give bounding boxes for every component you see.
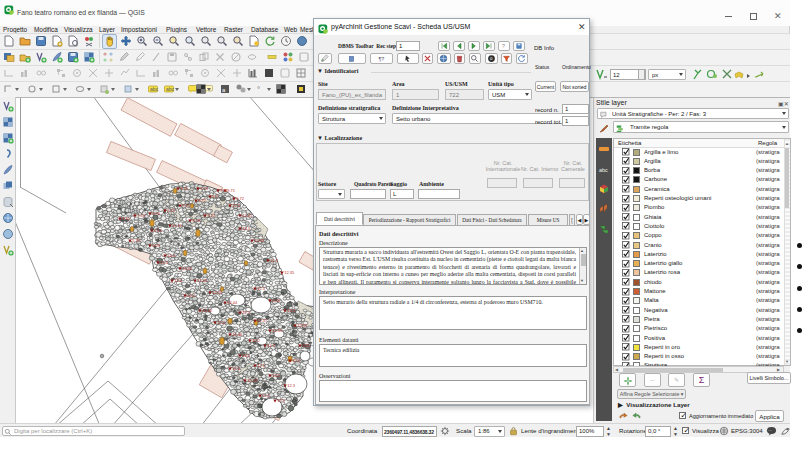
svg-text:12.2: 12.2 [272,373,281,378]
svg-text:12.1: 12.1 [257,363,266,368]
svg-text:9.70: 9.70 [152,211,161,216]
svg-text:12.19: 12.19 [247,378,258,383]
svg-text:4.04: 4.04 [272,298,281,303]
svg-text:12.35: 12.35 [297,323,308,328]
svg-text:12.4: 12.4 [187,293,196,298]
svg-text:12.3: 12.3 [287,308,296,313]
svg-text:12.42: 12.42 [202,308,213,313]
svg-text:12.4: 12.4 [154,228,163,233]
svg-text:12.45: 12.45 [212,290,223,295]
svg-text:9.70: 9.70 [180,186,189,191]
svg-text:9.71: 9.71 [182,203,191,208]
svg-text:9.72: 9.72 [198,198,207,203]
svg-text:9.74: 9.74 [192,218,201,223]
svg-text:12.37: 12.37 [257,318,268,323]
svg-text:¶?: ¶? [379,56,385,62]
svg-text:5.29: 5.29 [152,243,161,248]
svg-text:12.4: 12.4 [217,320,226,325]
svg-text:12.3: 12.3 [287,383,296,388]
svg-text:12.35: 12.35 [284,270,295,275]
svg-text:12.2: 12.2 [252,338,261,343]
svg-text:3.31: 3.31 [302,343,311,348]
svg-text:abc: abc [166,86,175,92]
svg-text:12.4: 12.4 [167,253,176,258]
svg-text:12.5: 12.5 [242,310,251,315]
svg-text:12.0: 12.0 [242,353,251,358]
svg-text:12.35: 12.35 [272,328,283,333]
svg-text:12.3: 12.3 [232,203,241,208]
svg-text:12.31: 12.31 [242,213,253,218]
svg-text:12.42: 12.42 [182,266,193,271]
svg-text:12.44: 12.44 [227,300,238,305]
svg-text:12.43: 12.43 [197,278,208,283]
svg-text:7.43: 7.43 [137,213,146,218]
svg-text:12.41: 12.41 [172,223,183,228]
svg-text:12.3: 12.3 [242,226,251,231]
svg-text:5.74: 5.74 [132,238,141,243]
svg-text:12.3: 12.3 [160,260,169,265]
svg-text:9.72: 9.72 [207,213,216,218]
svg-text:12.4: 12.4 [174,278,183,283]
svg-text:12.1: 12.1 [267,343,276,348]
svg-text:12.0: 12.0 [292,358,301,363]
svg-text:12.3: 12.3 [257,286,266,291]
svg-text:9.72: 9.72 [236,196,245,201]
svg-text:12.31: 12.31 [254,238,265,243]
svg-text:9.73: 9.73 [200,186,209,191]
svg-text:9.71: 9.71 [227,188,236,193]
svg-text:9.73: 9.73 [167,208,176,213]
svg-text:⋯: ⋯ [768,429,772,433]
svg-text:12.3: 12.3 [270,258,279,263]
svg-text:12.3: 12.3 [232,366,241,371]
svg-text:12.06: 12.06 [232,332,243,337]
svg-text:abc: abc [599,167,608,173]
svg-text:12.2: 12.2 [262,393,271,398]
svg-text:7.41: 7.41 [122,216,131,221]
svg-text:°: ° [257,85,260,94]
svg-text:12.3: 12.3 [277,398,286,403]
svg-text:?: ? [502,43,505,49]
svg-text:9.7: 9.7 [212,194,218,199]
svg-text:9.71: 9.71 [220,188,229,193]
svg-text:abc: abc [150,86,159,92]
